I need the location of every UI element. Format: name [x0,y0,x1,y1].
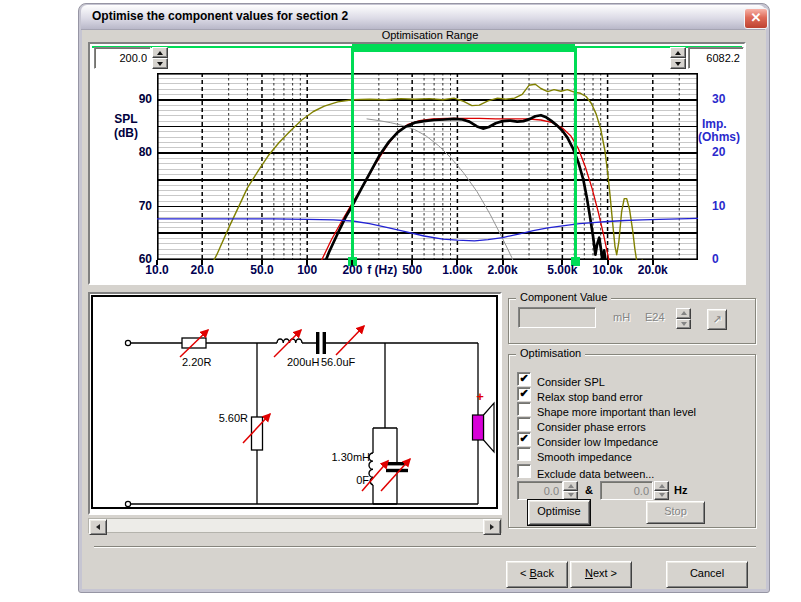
scroll-left-button[interactable] [89,519,107,535]
spin-down-button [676,319,691,330]
x-tick-mark [261,260,263,265]
x-tick-mark [201,260,203,265]
spin-up-button [676,308,691,319]
checkbox-smooth-impedance[interactable]: Smooth impedance [517,447,632,465]
y-left-axis-title-line2: (dB) [104,126,148,140]
range-selected-bar[interactable] [352,44,575,52]
y-left-tick-label: 80 [118,145,152,159]
exclude-to-input [600,481,653,500]
range-cursor-right[interactable] [574,46,577,260]
x-tick-mark [652,260,654,265]
exclude-from-input [517,481,563,500]
checkbox-box[interactable] [517,447,531,461]
range-from-input[interactable] [94,47,151,69]
checkbox-box[interactable]: ✔ [517,372,531,386]
x-tick-label: 500 [389,263,435,277]
down-arrow-icon [675,62,681,66]
up-arrow-icon [157,51,163,55]
checkbox-exclude-data[interactable]: Exclude data between... [517,464,654,482]
inductor-l2-value: 1.30mH [331,451,370,463]
component-unit-label: mH [613,311,630,323]
scroll-right-button[interactable] [483,519,501,535]
capacitor-c2[interactable] [386,462,408,472]
y-right-axis-title-line2: (Ohms) [698,130,750,144]
component-value-spinner [676,308,691,329]
stop-button: Stop [646,501,705,524]
x-tick-mark [411,260,413,265]
x-tick-mark [351,260,353,265]
speaker-icon[interactable] [473,403,495,452]
spin-up-button[interactable] [670,47,686,58]
range-cursor-left[interactable] [351,46,354,260]
exclude-from-spinner [563,481,578,500]
down-arrow-icon [568,493,574,497]
window-title: Optimise the component values for sectio… [92,9,348,23]
x-tick-mark [502,260,504,265]
spin-up-button [563,481,578,491]
up-arrow-icon [659,484,665,488]
variable-arrow-icon [274,330,301,357]
cancel-button[interactable]: Cancel [666,561,748,588]
spin-down-button[interactable] [152,58,168,69]
x-tick-label: 20.0 [179,263,225,277]
range-to-spinner[interactable] [670,47,686,69]
x-tick-label: 20.0k [630,263,676,277]
x-tick-mark [561,260,563,265]
x-tick-label: 200 [329,263,375,277]
x-tick-label: 50.0 [239,263,285,277]
input-terminal-bottom [125,501,130,506]
optimise-button[interactable]: Optimise [528,500,590,525]
range-to-input[interactable] [688,47,744,69]
series-blue-impedance [157,218,698,241]
spin-up-button[interactable] [152,47,168,58]
capacitor-c1-value: 56.0uF [321,356,356,368]
up-arrow-icon [568,484,574,488]
left-arrow-icon [96,524,100,530]
resistor-r2[interactable] [252,417,263,450]
x-tick-mark [156,260,158,265]
checkbox-box[interactable] [517,402,531,416]
checkbox-box[interactable]: ✔ [517,432,531,446]
spin-down-button[interactable] [670,58,686,69]
schematic-scrollbar[interactable] [88,518,502,533]
spin-down-button [563,491,578,501]
down-arrow-icon [659,493,665,497]
x-tick-label: 5.00k [539,263,585,277]
component-value-input [518,307,596,328]
apply-value-button: ↗ [707,309,727,330]
dialog-page: Optimise the component values for sectio… [0,0,801,602]
next-button[interactable]: Next > [570,561,632,588]
input-terminal-top [125,340,130,345]
y-left-axis-title-line1: SPL [104,112,148,126]
and-label: & [585,484,593,496]
crossover-schematic[interactable]: 2.20R 200uH 56.0uF 5.60R 1.30mH 0F + [90,294,500,513]
y-left-tick-label: 90 [118,92,152,106]
back-button[interactable]: < Back [506,561,568,588]
variable-arrow-icon [336,326,364,355]
scroll-track[interactable] [107,519,483,532]
apply-arrow-icon: ↗ [712,313,721,325]
checkbox-box[interactable] [517,417,531,431]
right-arrow-icon [490,524,494,530]
checkbox-box[interactable] [517,464,531,478]
capacitor-c1[interactable] [316,332,326,354]
checkbox-box[interactable]: ✔ [517,387,531,401]
optimisation-range-label: Optimisation Range [325,29,535,41]
exclude-to-spinner [654,481,669,500]
up-arrow-icon [675,51,681,55]
x-tick-label: 10.0k [585,263,631,277]
x-tick-label: 1.00k [434,263,480,277]
close-icon[interactable]: ✕ [744,8,768,29]
range-from-spinner[interactable] [152,47,168,69]
y-right-tick-label: 30 [712,92,756,106]
speaker-polarity-label: + [476,389,484,404]
schematic-border [92,296,497,508]
y-right-tick-label: 20 [712,145,756,159]
component-series-label: E24 [645,311,665,323]
y-left-tick-label: 70 [118,199,152,213]
up-arrow-icon [681,311,687,315]
spin-down-button [654,491,669,501]
inductor-l1-value: 200uH [287,356,319,368]
x-tick-label: 100 [284,263,330,277]
frequency-response-plot [157,73,698,260]
